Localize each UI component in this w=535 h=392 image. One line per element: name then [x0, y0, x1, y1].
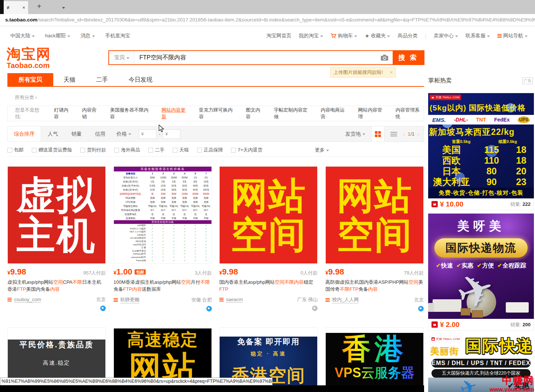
product-image[interactable]: 网站空间: [325, 166, 424, 264]
filter-more[interactable]: 更多: [315, 147, 329, 153]
nav-link-left[interactable]: 消息: [81, 33, 95, 39]
checkbox[interactable]: [148, 148, 153, 153]
tab-二手[interactable]: 二手: [86, 73, 118, 86]
nav-link-left[interactable]: 中国大陆: [10, 33, 35, 39]
rate-region: 美国: [428, 144, 475, 155]
sort-综合排序[interactable]: 综合排序: [8, 126, 41, 142]
filter-7+天内退货[interactable]: 7+天内退货: [231, 147, 263, 153]
grid-view-icon[interactable]: [371, 126, 385, 142]
checkbox[interactable]: [7, 148, 12, 153]
nav-link-right[interactable]: 购物车: [331, 33, 358, 39]
checkbox[interactable]: [173, 148, 177, 153]
price-table-row: 价格:(元/半年付)5.5元10元20元26元46元80元: [114, 184, 211, 188]
nav-link-right[interactable]: 淘宝网首页: [266, 33, 291, 39]
new-tab-button[interactable]: +: [37, 2, 41, 11]
price-min-input[interactable]: ¥: [139, 129, 156, 139]
cell: 2G: [201, 175, 211, 180]
nav-link-right[interactable]: 网站导航: [497, 33, 528, 39]
sort-信用[interactable]: 信用: [88, 126, 112, 142]
wangwang-icon[interactable]: [418, 306, 424, 311]
wangwang-icon[interactable]: [100, 306, 106, 311]
product-card[interactable]: 高速全能型香港主机价格表套餐类型123467空间容量大小50M100M300M5…: [114, 166, 212, 312]
suggest-link[interactable]: 灯谜内容: [54, 107, 73, 120]
shop-name[interactable]: saeacm: [226, 297, 243, 303]
address-bar[interactable]: s.taobao.com/search?initiative_id=tbinde…: [0, 14, 535, 26]
shop-location: 广东 佛山: [297, 296, 318, 303]
search-input[interactable]: [135, 51, 376, 64]
price-row: ¥9.980人付款: [219, 267, 318, 277]
suggest-link[interactable]: 内容管理系统: [396, 107, 424, 120]
tmall-cat-icon: [431, 321, 438, 328]
list-view-icon[interactable]: [390, 131, 397, 137]
ship-from-dropdown[interactable]: 发货地: [345, 131, 365, 137]
product-title[interactable]: 国内香港主机asp/php网站空间不限内容稳定FTP: [219, 279, 318, 293]
check-icon: ✓: [190, 240, 201, 243]
tab-list-caret-icon[interactable]: [62, 4, 67, 8]
filter-正品保障[interactable]: 正品保障: [197, 147, 223, 153]
nav-link-right[interactable]: 我的淘宝: [299, 33, 323, 39]
filter-海外商品[interactable]: 海外商品: [114, 147, 140, 153]
checkbox[interactable]: [197, 148, 202, 153]
tab-今日发现[interactable]: 今日发现: [118, 73, 163, 86]
filter-二手[interactable]: 二手: [148, 147, 165, 153]
sidebar-ad-logistics[interactable]: 美呀美 国际快递物流 ✔快速✔实惠✔方便✔全程跟踪 ✈ ¥ 2.00 销量: 2…: [428, 214, 534, 331]
search-button[interactable]: 搜 索: [393, 51, 424, 64]
check-icon: ✓: [147, 252, 158, 256]
next-page-icon[interactable]: ›: [417, 131, 419, 137]
checkbox[interactable]: [231, 148, 236, 153]
image-search-camera-icon[interactable]: [376, 51, 393, 64]
product-image[interactable]: 高速全能型香港主机价格表套餐类型123467空间容量大小50M100M300M5…: [114, 166, 212, 264]
filter-天猫[interactable]: 天猫: [173, 147, 189, 153]
product-image[interactable]: 虚拟主机: [7, 166, 106, 264]
breadcrumb[interactable]: 所有分类 ›: [15, 94, 37, 101]
nav-link-left[interactable]: 手机逛淘宝: [105, 33, 131, 39]
sidebar-ad-shipping-rates[interactable]: 天猫 TMALL.COM (5kg以内) 国际快递低价格 EMS.-DHL-TN…: [428, 93, 534, 210]
product-image[interactable]: 香港VPS云服务器: [326, 333, 423, 392]
suggest-link[interactable]: 网站内容更新: [162, 107, 190, 120]
price-max-input[interactable]: ¥: [163, 129, 180, 139]
product-title[interactable]: 高防御虚拟主机国内香港ASP/PHP网站空间美国传奇不限FTP免备内容: [325, 279, 424, 293]
product-title[interactable]: 100M香港虚拟主机asp/php网站空间月付不限免备FTP内容送数据库: [114, 279, 212, 293]
nav-link-right[interactable]: 联系客服: [465, 33, 490, 39]
suggest-link[interactable]: 网站内容管理: [358, 107, 386, 120]
search-category-dropdown[interactable]: 宝贝: [109, 51, 135, 64]
nav-link-right[interactable]: 卖家中心: [434, 33, 458, 39]
suggest-link[interactable]: 内容电商运营: [321, 107, 349, 120]
suggest-link[interactable]: 内容营销: [82, 107, 101, 120]
pay-count: 3人付款: [195, 270, 212, 276]
shop-name[interactable]: 校内_人人网: [332, 296, 359, 303]
sort-人气[interactable]: 人气: [41, 126, 65, 142]
sort-价格[interactable]: 价格: [112, 126, 136, 142]
prev-page-icon[interactable]: ‹: [403, 131, 405, 137]
checkbox[interactable]: [80, 148, 85, 153]
wangwang-icon[interactable]: [206, 306, 212, 311]
product-card[interactable]: 网站空间¥9.9879人付款高防御虚拟主机国内香港ASP/PHP网站空间美国传奇…: [325, 166, 424, 312]
taobao-logo[interactable]: 淘宝网 Taobao.com: [7, 47, 51, 69]
filter-赠送退货运费险[interactable]: 赠送退货运费险: [32, 147, 72, 153]
browser-tab[interactable]: ≢ ×: [4, 1, 28, 14]
suggest-link[interactable]: 美国服务器不限内容: [110, 107, 152, 120]
filter-包邮[interactable]: 包邮: [7, 147, 24, 153]
suggest-link[interactable]: 字帖定制内容定做: [274, 107, 312, 120]
tab-close-icon[interactable]: ×: [22, 5, 25, 10]
nav-link-right[interactable]: ★收藏夹: [365, 33, 390, 39]
product-card[interactable]: 虚拟主机¥9.98957人付款虚拟主机asp/php网站空间CPA不限日本主机香…: [7, 166, 106, 311]
nav-link-right[interactable]: 商品分类: [397, 33, 417, 39]
checkbox[interactable]: [32, 148, 37, 153]
check-icon: ✓: [158, 230, 169, 234]
suggest-link[interactable]: 亚克力牌可换内容: [199, 107, 237, 120]
shop-name[interactable]: csuboy_com: [14, 297, 41, 303]
suggest-link[interactable]: 图文内容: [246, 107, 265, 120]
product-card[interactable]: 网站空间¥9.980人付款国内香港主机asp/php网站空间不限内容稳定FTPs…: [219, 166, 318, 311]
checkbox[interactable]: [114, 148, 119, 153]
tab-所有宝贝[interactable]: 所有宝贝: [7, 73, 53, 86]
nav-link-left[interactable]: hack耀阳: [45, 33, 70, 39]
product-title[interactable]: 虚拟主机asp/php网站空间CPA不限日本主机香港FTP美国内免备内容: [7, 279, 106, 293]
product-card-row2[interactable]: 香港VPS云服务器: [325, 327, 424, 392]
tab-天猫[interactable]: 天猫: [53, 73, 86, 86]
shop-name[interactable]: 欲静更幽: [120, 296, 139, 303]
filter-货到付款[interactable]: 货到付款: [80, 147, 106, 153]
product-image[interactable]: 网站空间: [219, 166, 318, 264]
sort-销量[interactable]: 销量: [65, 126, 88, 142]
wangwang-icon[interactable]: [312, 306, 318, 311]
